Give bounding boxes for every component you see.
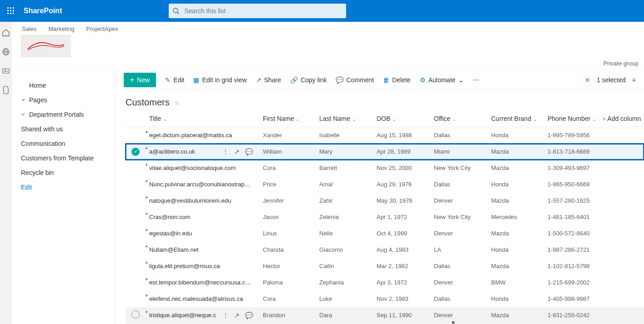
nav-department-portals[interactable]: Department Portals xyxy=(12,107,115,122)
filter-icon[interactable]: ≡ xyxy=(632,76,636,84)
new-indicator-icon: ✦ xyxy=(146,244,148,249)
delete-icon: 🗑 xyxy=(383,76,389,84)
cell-first: William xyxy=(259,144,316,160)
nav-customers-template[interactable]: Customers from Template xyxy=(12,151,115,165)
favorite-star-icon[interactable]: ☆ xyxy=(174,99,180,106)
comment-button[interactable]: 💬Comment xyxy=(336,76,374,84)
select-circle[interactable] xyxy=(131,310,140,319)
table-row[interactable]: ✦Cras@non.comJasonZeleniaApr 1, 1972New … xyxy=(126,209,644,225)
nav-shared[interactable]: Shared with us xyxy=(12,122,115,136)
nav-communication[interactable]: Communication xyxy=(12,136,115,151)
cell-first: Chanda xyxy=(259,242,316,258)
table-row[interactable]: ✦eget.dictum.placerat@mattis.caXanderIsa… xyxy=(126,127,644,144)
cell-office: Denver xyxy=(430,274,488,291)
svg-rect-3 xyxy=(7,10,9,11)
new-indicator-icon: ✦ xyxy=(146,277,148,282)
row-share-icon[interactable]: ↗ xyxy=(234,312,240,319)
cell-dob: Apr 28, 1989 xyxy=(373,144,430,160)
more-button[interactable]: ⋯ xyxy=(473,76,479,84)
selection-count: 1 selected xyxy=(597,76,626,84)
nav-pages[interactable]: Pages xyxy=(12,93,115,107)
new-indicator-icon: ✦ xyxy=(146,195,148,200)
search-input[interactable] xyxy=(183,7,342,15)
row-more-icon[interactable]: ⋮ xyxy=(222,148,229,155)
share-button[interactable]: ↗Share xyxy=(256,76,281,84)
row-share-icon[interactable]: ↗ xyxy=(234,148,240,155)
cell-brand: Mazda xyxy=(488,160,544,176)
home-icon[interactable] xyxy=(1,28,10,37)
svg-rect-7 xyxy=(10,13,11,14)
row-title: Cras@non.com xyxy=(149,214,253,220)
cell-brand: Mazda xyxy=(488,193,544,209)
new-indicator-icon: ✦ xyxy=(146,294,148,298)
svg-rect-5 xyxy=(13,10,14,11)
clear-selection-icon[interactable]: ✕ xyxy=(585,76,590,84)
col-last-name[interactable]: Last Name⌄ xyxy=(316,110,373,127)
edit-button[interactable]: ✎Edit xyxy=(165,76,184,84)
cell-brand: Honda xyxy=(488,291,544,307)
new-indicator-icon: ✦ xyxy=(146,179,148,184)
row-title: eget.dictum.placerat@mattis.ca xyxy=(149,132,253,139)
table-row[interactable]: ✦tristique.aliquet@neque.c⋮↗💬BrandonDara… xyxy=(126,307,644,324)
col-title[interactable]: Title⌄ xyxy=(146,110,259,127)
cell-dob: Oct 4, 1999 xyxy=(373,225,430,242)
edit-grid-button[interactable]: ▦Edit in grid view xyxy=(193,76,247,84)
cell-last: Cailin xyxy=(316,258,373,274)
chevron-down-icon: ⌄ xyxy=(533,116,537,122)
copy-link-button[interactable]: 🔗Copy link xyxy=(290,76,327,84)
col-dob[interactable]: DOB⌄ xyxy=(373,110,430,127)
col-phone[interactable]: Phone Number⌄ xyxy=(544,110,599,127)
files-icon[interactable] xyxy=(1,85,10,95)
cell-brand: Mazda xyxy=(488,225,544,242)
hub-tab-projectapex[interactable]: ProjectApex xyxy=(86,25,118,32)
search-box[interactable] xyxy=(169,4,346,18)
link-icon: 🔗 xyxy=(290,76,298,84)
cell-brand: Honda xyxy=(488,176,544,193)
hub-tab-marketing[interactable]: Marketing xyxy=(49,25,75,32)
cell-last: Zahir xyxy=(316,193,373,209)
plus-icon: + xyxy=(130,77,134,83)
cell-office: New York City xyxy=(430,209,488,225)
automate-button[interactable]: ⚙Automate⌄ xyxy=(420,76,464,84)
delete-button[interactable]: 🗑Delete xyxy=(383,76,410,84)
nav-recycle-bin[interactable]: Recycle bin xyxy=(12,165,115,180)
nav-edit-link[interactable]: Edit xyxy=(12,180,115,194)
cell-dob: Aug 4, 1983 xyxy=(373,242,430,258)
cell-first: Linus xyxy=(259,225,316,242)
selected-check-icon[interactable]: ✓ xyxy=(131,148,140,156)
cell-phone: 1-995-789-5956 xyxy=(544,127,599,144)
row-comment-icon[interactable]: 💬 xyxy=(245,312,253,319)
col-current-brand[interactable]: Current Brand⌄ xyxy=(488,110,544,127)
cell-first: Jennifer xyxy=(259,193,316,209)
table-row[interactable]: ✓✦a@aclibero.co.uk⋮↗💬WilliamMaryApr 28, … xyxy=(126,144,644,160)
row-more-icon[interactable]: ⋮ xyxy=(222,312,229,319)
row-comment-icon[interactable]: 💬 xyxy=(245,148,253,155)
hub-tab-sales[interactable]: Sales xyxy=(22,25,37,32)
table-row[interactable]: ✦vitae.aliquet@sociisnatoque.comCoraBarr… xyxy=(126,160,644,176)
table-row[interactable]: ✦Nullam@Etiam.netChandaGiacomoAug 4, 198… xyxy=(126,242,644,258)
cell-last: Dara xyxy=(316,307,373,324)
news-icon[interactable] xyxy=(1,66,10,75)
cell-first: Paloma xyxy=(259,274,316,291)
cell-first: Cora xyxy=(259,160,316,176)
table-row[interactable]: ✦ligula.elit.pretium@risus.caHectorCaili… xyxy=(126,258,644,274)
cell-dob: Aug 15, 1988 xyxy=(373,127,430,144)
col-first-name[interactable]: First Name⌄ xyxy=(259,110,316,127)
table-row[interactable]: ✦est.tempor.bibendum@neccursusa.comPalom… xyxy=(126,274,644,291)
site-logo[interactable] xyxy=(21,35,71,57)
table-row[interactable]: ✦natoque@vestibulumlorem.eduJenniferZahi… xyxy=(126,193,644,209)
globe-icon[interactable] xyxy=(1,47,10,56)
nav-home[interactable]: Home xyxy=(12,78,115,93)
add-column-button[interactable]: + Add column⌄ xyxy=(599,110,644,127)
new-button[interactable]: + New xyxy=(124,73,156,87)
table-row[interactable]: ✦Nunc.pulvinar.arcu@conubianostraper.edu… xyxy=(126,176,644,193)
row-title: a@aclibero.co.uk xyxy=(149,148,220,155)
chevron-down-icon: ⌄ xyxy=(458,76,464,84)
col-office[interactable]: Office⌄ xyxy=(430,110,488,127)
table-row[interactable]: ✦egestas@in.eduLinusNelleOct 4, 1999Denv… xyxy=(126,225,644,242)
svg-rect-8 xyxy=(13,13,14,14)
left-app-rail xyxy=(0,22,12,324)
app-launcher-button[interactable] xyxy=(0,0,22,22)
brand-label[interactable]: SharePoint xyxy=(24,7,62,15)
table-row[interactable]: ✦eleifend.nec.malesuada@atrisus.caCoraLu… xyxy=(126,291,644,307)
